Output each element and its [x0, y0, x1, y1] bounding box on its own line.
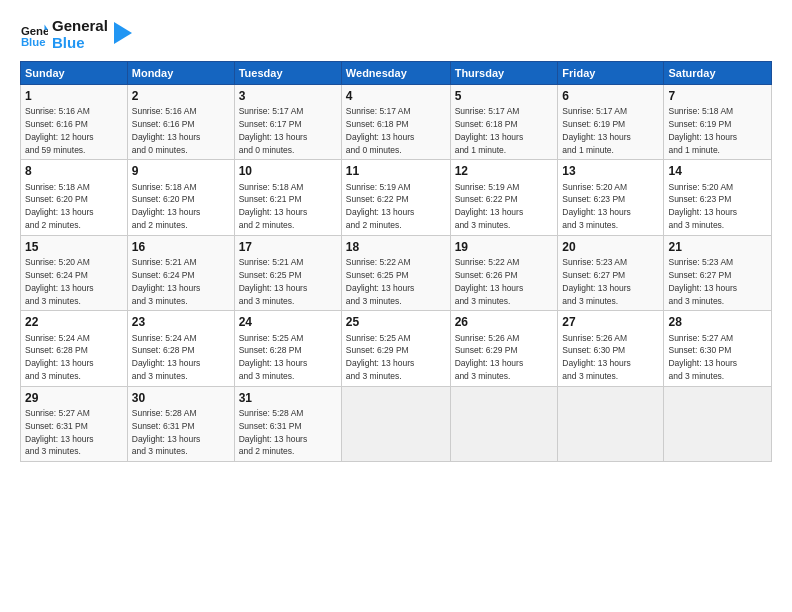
header-row: SundayMondayTuesdayWednesdayThursdayFrid…	[21, 62, 772, 85]
week-row-3: 15Sunrise: 5:20 AM Sunset: 6:24 PM Dayli…	[21, 235, 772, 310]
day-cell	[341, 386, 450, 461]
day-number: 28	[668, 314, 767, 330]
day-info: Sunrise: 5:26 AM Sunset: 6:30 PM Dayligh…	[562, 333, 631, 381]
day-info: Sunrise: 5:20 AM Sunset: 6:24 PM Dayligh…	[25, 257, 94, 305]
day-info: Sunrise: 5:18 AM Sunset: 6:21 PM Dayligh…	[239, 182, 308, 230]
day-number: 30	[132, 390, 230, 406]
calendar-table: SundayMondayTuesdayWednesdayThursdayFrid…	[20, 61, 772, 462]
col-header-thursday: Thursday	[450, 62, 558, 85]
day-number: 27	[562, 314, 659, 330]
day-cell: 13Sunrise: 5:20 AM Sunset: 6:23 PM Dayli…	[558, 160, 664, 235]
day-cell: 17Sunrise: 5:21 AM Sunset: 6:25 PM Dayli…	[234, 235, 341, 310]
week-row-1: 1Sunrise: 5:16 AM Sunset: 6:16 PM Daylig…	[21, 85, 772, 160]
day-info: Sunrise: 5:19 AM Sunset: 6:22 PM Dayligh…	[455, 182, 524, 230]
week-row-4: 22Sunrise: 5:24 AM Sunset: 6:28 PM Dayli…	[21, 311, 772, 386]
day-number: 5	[455, 88, 554, 104]
day-info: Sunrise: 5:24 AM Sunset: 6:28 PM Dayligh…	[132, 333, 201, 381]
day-number: 13	[562, 163, 659, 179]
day-cell: 20Sunrise: 5:23 AM Sunset: 6:27 PM Dayli…	[558, 235, 664, 310]
day-number: 3	[239, 88, 337, 104]
day-number: 23	[132, 314, 230, 330]
day-cell: 9Sunrise: 5:18 AM Sunset: 6:20 PM Daylig…	[127, 160, 234, 235]
day-cell: 26Sunrise: 5:26 AM Sunset: 6:29 PM Dayli…	[450, 311, 558, 386]
day-cell: 18Sunrise: 5:22 AM Sunset: 6:25 PM Dayli…	[341, 235, 450, 310]
day-info: Sunrise: 5:16 AM Sunset: 6:16 PM Dayligh…	[132, 106, 201, 154]
day-cell: 7Sunrise: 5:18 AM Sunset: 6:19 PM Daylig…	[664, 85, 772, 160]
day-number: 7	[668, 88, 767, 104]
day-cell: 16Sunrise: 5:21 AM Sunset: 6:24 PM Dayli…	[127, 235, 234, 310]
logo-icon: General Blue	[20, 21, 48, 49]
svg-text:General: General	[21, 25, 48, 37]
day-number: 25	[346, 314, 446, 330]
day-info: Sunrise: 5:25 AM Sunset: 6:28 PM Dayligh…	[239, 333, 308, 381]
day-info: Sunrise: 5:23 AM Sunset: 6:27 PM Dayligh…	[562, 257, 631, 305]
day-info: Sunrise: 5:19 AM Sunset: 6:22 PM Dayligh…	[346, 182, 415, 230]
day-info: Sunrise: 5:21 AM Sunset: 6:24 PM Dayligh…	[132, 257, 201, 305]
day-number: 6	[562, 88, 659, 104]
week-row-2: 8Sunrise: 5:18 AM Sunset: 6:20 PM Daylig…	[21, 160, 772, 235]
week-row-5: 29Sunrise: 5:27 AM Sunset: 6:31 PM Dayli…	[21, 386, 772, 461]
day-info: Sunrise: 5:25 AM Sunset: 6:29 PM Dayligh…	[346, 333, 415, 381]
day-cell: 11Sunrise: 5:19 AM Sunset: 6:22 PM Dayli…	[341, 160, 450, 235]
day-cell: 5Sunrise: 5:17 AM Sunset: 6:18 PM Daylig…	[450, 85, 558, 160]
col-header-tuesday: Tuesday	[234, 62, 341, 85]
col-header-sunday: Sunday	[21, 62, 128, 85]
day-cell: 29Sunrise: 5:27 AM Sunset: 6:31 PM Dayli…	[21, 386, 128, 461]
day-cell: 15Sunrise: 5:20 AM Sunset: 6:24 PM Dayli…	[21, 235, 128, 310]
day-number: 26	[455, 314, 554, 330]
day-number: 11	[346, 163, 446, 179]
day-info: Sunrise: 5:18 AM Sunset: 6:20 PM Dayligh…	[25, 182, 94, 230]
day-info: Sunrise: 5:17 AM Sunset: 6:17 PM Dayligh…	[239, 106, 308, 154]
day-cell: 3Sunrise: 5:17 AM Sunset: 6:17 PM Daylig…	[234, 85, 341, 160]
day-info: Sunrise: 5:27 AM Sunset: 6:31 PM Dayligh…	[25, 408, 94, 456]
day-info: Sunrise: 5:17 AM Sunset: 6:18 PM Dayligh…	[455, 106, 524, 154]
day-info: Sunrise: 5:18 AM Sunset: 6:19 PM Dayligh…	[668, 106, 737, 154]
day-info: Sunrise: 5:22 AM Sunset: 6:25 PM Dayligh…	[346, 257, 415, 305]
day-cell: 31Sunrise: 5:28 AM Sunset: 6:31 PM Dayli…	[234, 386, 341, 461]
day-cell: 22Sunrise: 5:24 AM Sunset: 6:28 PM Dayli…	[21, 311, 128, 386]
day-number: 16	[132, 239, 230, 255]
day-info: Sunrise: 5:17 AM Sunset: 6:18 PM Dayligh…	[346, 106, 415, 154]
day-cell: 27Sunrise: 5:26 AM Sunset: 6:30 PM Dayli…	[558, 311, 664, 386]
logo-general: General	[52, 18, 108, 35]
day-number: 24	[239, 314, 337, 330]
day-number: 9	[132, 163, 230, 179]
col-header-saturday: Saturday	[664, 62, 772, 85]
day-cell: 4Sunrise: 5:17 AM Sunset: 6:18 PM Daylig…	[341, 85, 450, 160]
day-cell: 23Sunrise: 5:24 AM Sunset: 6:28 PM Dayli…	[127, 311, 234, 386]
day-info: Sunrise: 5:27 AM Sunset: 6:30 PM Dayligh…	[668, 333, 737, 381]
day-cell: 24Sunrise: 5:25 AM Sunset: 6:28 PM Dayli…	[234, 311, 341, 386]
day-info: Sunrise: 5:20 AM Sunset: 6:23 PM Dayligh…	[668, 182, 737, 230]
logo: General Blue General Blue	[20, 18, 132, 51]
day-cell	[558, 386, 664, 461]
day-number: 2	[132, 88, 230, 104]
day-cell: 25Sunrise: 5:25 AM Sunset: 6:29 PM Dayli…	[341, 311, 450, 386]
day-number: 8	[25, 163, 123, 179]
day-cell: 21Sunrise: 5:23 AM Sunset: 6:27 PM Dayli…	[664, 235, 772, 310]
day-info: Sunrise: 5:18 AM Sunset: 6:20 PM Dayligh…	[132, 182, 201, 230]
day-info: Sunrise: 5:17 AM Sunset: 6:19 PM Dayligh…	[562, 106, 631, 154]
day-number: 18	[346, 239, 446, 255]
day-number: 31	[239, 390, 337, 406]
calendar-page: General Blue General Blue SundayMondayTu…	[0, 0, 792, 612]
day-cell	[664, 386, 772, 461]
day-number: 21	[668, 239, 767, 255]
header: General Blue General Blue	[20, 18, 772, 51]
day-info: Sunrise: 5:24 AM Sunset: 6:28 PM Dayligh…	[25, 333, 94, 381]
day-cell: 30Sunrise: 5:28 AM Sunset: 6:31 PM Dayli…	[127, 386, 234, 461]
logo-blue: Blue	[52, 35, 85, 52]
day-number: 29	[25, 390, 123, 406]
svg-text:Blue: Blue	[21, 36, 46, 48]
logo-arrow-icon	[114, 22, 132, 44]
day-cell	[450, 386, 558, 461]
col-header-wednesday: Wednesday	[341, 62, 450, 85]
day-info: Sunrise: 5:23 AM Sunset: 6:27 PM Dayligh…	[668, 257, 737, 305]
day-number: 10	[239, 163, 337, 179]
day-info: Sunrise: 5:16 AM Sunset: 6:16 PM Dayligh…	[25, 106, 94, 154]
day-number: 15	[25, 239, 123, 255]
day-number: 17	[239, 239, 337, 255]
day-number: 14	[668, 163, 767, 179]
day-info: Sunrise: 5:22 AM Sunset: 6:26 PM Dayligh…	[455, 257, 524, 305]
day-number: 1	[25, 88, 123, 104]
day-number: 22	[25, 314, 123, 330]
